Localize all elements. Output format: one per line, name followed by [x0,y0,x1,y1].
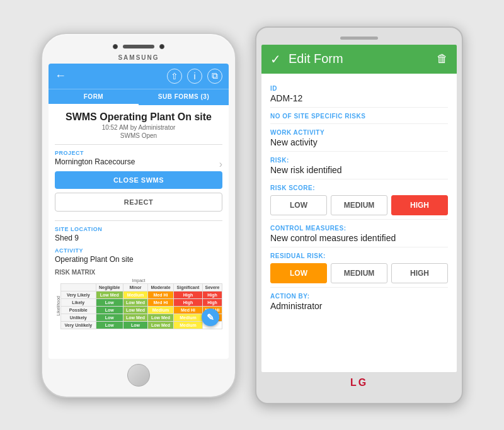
matrix-row-unlikely: Unlikely Low Low Med Low Med Medium Med … [61,314,222,321]
check-icon[interactable]: ✓ [270,52,281,67]
lg-form-title: Edit Form [289,52,437,66]
lg-divider-3 [270,151,448,152]
risk-low-button[interactable]: LOW [270,195,327,215]
lg-divider-6 [270,247,448,247]
cell-l-min: Low Med [123,298,147,306]
back-button[interactable]: ← [55,69,66,82]
copy-icon[interactable]: ⧉ [207,69,222,84]
col-significant: Significant [173,283,202,291]
impact-label: Impact [55,278,222,283]
residual-high-button[interactable]: HIGH [391,263,448,283]
lg-divider-4 [270,179,448,179]
samsung-front-sensor [159,44,164,49]
chevron-right-icon: › [219,159,222,170]
samsung-header-icons: ⇧ i ⧉ [167,69,222,84]
risk-value: New risk identified [270,165,448,175]
cell-p-min: Low Med [123,306,147,314]
samsung-header: ← ⇧ i ⧉ [49,64,229,89]
cell-u-neg: Low [96,314,123,321]
edit-fab-button[interactable]: ✎ [202,308,219,326]
lg-header: ✓ Edit Form 🗑 [261,45,457,74]
samsung-camera [113,44,118,49]
matrix-header-row [61,283,96,291]
control-measures-value: New control measures identified [270,233,448,243]
form-subtitle2: SWMS Open [55,132,222,139]
col-negligible: Negligible [96,283,123,291]
row-likely: Likely [61,298,96,306]
samsung-phone: SAMSUNG ← ⇧ i ⧉ FORM SUB FORMS (3) S [41,33,236,398]
samsung-screen: ← ⇧ i ⧉ FORM SUB FORMS (3) SWMS Operatin… [49,64,229,359]
samsung-header-left: ← [55,69,66,82]
cell-vu-min: Low [123,321,147,329]
risk-label: RISK: [270,157,448,164]
close-swms-button[interactable]: CLOSE SWMS [55,171,222,189]
lg-top-bar [261,34,457,45]
residual-risk-label: RESIDUAL RISK: [270,252,448,259]
samsung-speaker [123,45,154,48]
residual-medium-button[interactable]: MEDIUM [331,263,387,283]
lg-content: ID ADM-12 NO OF SITE SPECIFIC RISKS WORK… [261,74,457,372]
likelihood-label: Likelihood [55,296,60,316]
cell-l-mod: Med Hi [148,298,174,306]
upload-icon[interactable]: ⇧ [167,69,182,84]
delete-icon[interactable]: 🗑 [437,52,448,65]
col-severe: Severe [203,283,222,291]
work-activity-value: New activity [270,137,448,147]
id-label: ID [270,85,448,92]
row-unlikely: Unlikely [61,314,96,321]
cell-u-sig: Medium [173,314,202,321]
residual-risk-buttons: LOW MEDIUM HIGH [270,263,448,283]
lg-phone: ✓ Edit Form 🗑 ID ADM-12 NO OF SITE SPECI… [255,26,463,404]
col-moderate: Moderate [148,283,174,291]
form-title: SWMS Operating Plant On site [55,111,222,123]
samsung-bottom-controls [127,364,150,387]
risk-high-button[interactable]: HIGH [391,195,448,215]
matrix-row-very-likely: Very Likely Low Med Medium Med Hi High H… [61,291,222,298]
cell-vl-min: Medium [123,291,147,298]
no-site-risks-label: NO OF SITE SPECIFIC RISKS [270,113,448,120]
cell-vl-sig: High [173,291,202,298]
cell-vu-mod: Low Med [148,321,174,329]
risk-score-label: RISK SCORE: [270,184,448,191]
risk-medium-button[interactable]: MEDIUM [331,195,387,215]
activity-label: ACTIVITY [55,247,222,254]
site-location-value: Shed 9 [55,234,222,242]
tab-sub-forms[interactable]: SUB FORMS (3) [139,89,229,105]
lg-screen: ✓ Edit Form 🗑 ID ADM-12 NO OF SITE SPECI… [261,45,457,372]
project-row: Mornington Racecourse › [55,157,222,171]
reject-button[interactable]: REJECT [55,193,222,212]
tab-form[interactable]: FORM [49,89,139,105]
divider-1 [55,144,222,145]
samsung-brand-label: SAMSUNG [118,54,159,61]
risk-score-buttons: LOW MEDIUM HIGH [270,195,448,215]
activity-value: Operating Plant On site [55,255,222,264]
matrix-table: Negligible Minor Moderate Significant Se… [60,283,222,329]
cell-l-sev: High [203,298,222,306]
info-icon[interactable]: i [187,69,202,84]
residual-low-button[interactable]: LOW [270,263,327,283]
risk-matrix-label: RISK MATRIX [55,269,222,276]
risk-matrix: Impact Likelihood Negligible Minor [55,278,222,329]
form-subtitle1: 10:52 AM by Administrator [55,124,222,131]
row-very-likely: Very Likely [61,291,96,298]
cell-l-sig: High [173,298,202,306]
lg-speaker [340,37,378,40]
control-measures-label: CONTROL MEASURES: [270,225,448,232]
work-activity-label: WORK ACTIVITY [270,129,448,136]
matrix-row-very-unlikely: Very Unlikely Low Low Low Med Medium ✎ [61,321,222,329]
col-minor: Minor [123,283,147,291]
cell-vu-neg: Low [96,321,123,329]
samsung-home-button[interactable] [127,364,150,387]
lg-divider-7 [270,287,448,288]
row-possible: Possible [61,306,96,314]
cell-l-neg: Low [96,298,123,306]
cell-vl-sev: High [203,291,222,298]
action-by-label: ACTION BY: [270,293,448,300]
cell-u-mod: Low Med [148,314,174,321]
divider-2 [55,220,222,221]
lg-brand-label: LG [350,377,368,388]
lg-divider-5 [270,219,448,220]
cell-p-neg: Low [96,306,123,314]
cell-u-min: Low Med [123,314,147,321]
cell-vl-mod: Med Hi [148,291,174,298]
